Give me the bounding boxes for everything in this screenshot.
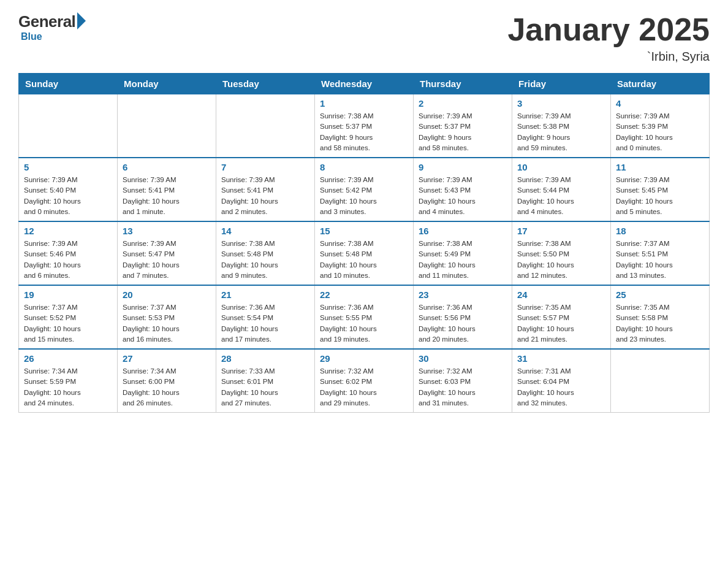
calendar-cell: 31Sunrise: 7:31 AM Sunset: 6:04 PM Dayli… bbox=[512, 349, 611, 413]
day-number: 4 bbox=[616, 98, 704, 109]
title-block: January 2025 `Irbin, Syria bbox=[507, 12, 710, 64]
day-info: Sunrise: 7:36 AM Sunset: 5:54 PM Dayligh… bbox=[221, 302, 309, 345]
day-number: 28 bbox=[221, 353, 309, 364]
calendar-cell: 15Sunrise: 7:38 AM Sunset: 5:48 PM Dayli… bbox=[315, 221, 414, 285]
month-title: January 2025 bbox=[507, 12, 710, 47]
calendar-cell: 9Sunrise: 7:39 AM Sunset: 5:43 PM Daylig… bbox=[414, 158, 512, 221]
calendar-cell: 23Sunrise: 7:36 AM Sunset: 5:56 PM Dayli… bbox=[414, 285, 512, 349]
calendar-week-row: 26Sunrise: 7:34 AM Sunset: 5:59 PM Dayli… bbox=[19, 349, 710, 413]
calendar-cell: 6Sunrise: 7:39 AM Sunset: 5:41 PM Daylig… bbox=[118, 158, 216, 221]
day-number: 30 bbox=[419, 353, 507, 364]
calendar-week-row: 1Sunrise: 7:38 AM Sunset: 5:37 PM Daylig… bbox=[19, 94, 710, 158]
calendar-cell: 19Sunrise: 7:37 AM Sunset: 5:52 PM Dayli… bbox=[19, 285, 118, 349]
day-info: Sunrise: 7:39 AM Sunset: 5:46 PM Dayligh… bbox=[24, 239, 112, 281]
day-info: Sunrise: 7:39 AM Sunset: 5:43 PM Dayligh… bbox=[419, 175, 507, 217]
day-info: Sunrise: 7:39 AM Sunset: 5:41 PM Dayligh… bbox=[221, 175, 309, 217]
day-info: Sunrise: 7:36 AM Sunset: 5:56 PM Dayligh… bbox=[419, 302, 507, 345]
calendar-cell bbox=[118, 94, 216, 158]
day-info: Sunrise: 7:39 AM Sunset: 5:37 PM Dayligh… bbox=[419, 111, 507, 153]
calendar-cell: 26Sunrise: 7:34 AM Sunset: 5:59 PM Dayli… bbox=[19, 349, 118, 413]
calendar-cell: 18Sunrise: 7:37 AM Sunset: 5:51 PM Dayli… bbox=[611, 221, 710, 285]
day-info: Sunrise: 7:38 AM Sunset: 5:48 PM Dayligh… bbox=[320, 239, 408, 281]
logo-triangle-icon bbox=[77, 12, 86, 29]
location: `Irbin, Syria bbox=[507, 50, 710, 64]
day-info: Sunrise: 7:37 AM Sunset: 5:51 PM Dayligh… bbox=[616, 239, 704, 281]
calendar-cell bbox=[216, 94, 315, 158]
day-number: 22 bbox=[320, 289, 408, 300]
logo: General Blue bbox=[18, 12, 88, 42]
weekday-header: Saturday bbox=[611, 74, 710, 94]
logo-general-text: General bbox=[18, 12, 75, 31]
day-info: Sunrise: 7:35 AM Sunset: 5:58 PM Dayligh… bbox=[616, 302, 704, 345]
day-number: 19 bbox=[24, 289, 112, 300]
day-number: 12 bbox=[24, 226, 112, 236]
day-number: 24 bbox=[517, 289, 605, 300]
day-number: 29 bbox=[320, 353, 408, 364]
day-number: 11 bbox=[616, 162, 704, 172]
calendar-cell: 24Sunrise: 7:35 AM Sunset: 5:57 PM Dayli… bbox=[512, 285, 611, 349]
day-info: Sunrise: 7:39 AM Sunset: 5:40 PM Dayligh… bbox=[24, 175, 112, 217]
calendar-cell: 22Sunrise: 7:36 AM Sunset: 5:55 PM Dayli… bbox=[315, 285, 414, 349]
calendar-cell: 14Sunrise: 7:38 AM Sunset: 5:48 PM Dayli… bbox=[216, 221, 315, 285]
calendar-week-row: 5Sunrise: 7:39 AM Sunset: 5:40 PM Daylig… bbox=[19, 158, 710, 221]
day-info: Sunrise: 7:38 AM Sunset: 5:37 PM Dayligh… bbox=[320, 111, 408, 153]
calendar-cell: 28Sunrise: 7:33 AM Sunset: 6:01 PM Dayli… bbox=[216, 349, 315, 413]
day-info: Sunrise: 7:39 AM Sunset: 5:47 PM Dayligh… bbox=[123, 239, 211, 281]
calendar-cell: 27Sunrise: 7:34 AM Sunset: 6:00 PM Dayli… bbox=[118, 349, 216, 413]
day-info: Sunrise: 7:32 AM Sunset: 6:02 PM Dayligh… bbox=[320, 366, 408, 408]
weekday-header: Tuesday bbox=[216, 74, 315, 94]
calendar-cell bbox=[611, 349, 710, 413]
calendar-cell: 16Sunrise: 7:38 AM Sunset: 5:49 PM Dayli… bbox=[414, 221, 512, 285]
day-info: Sunrise: 7:39 AM Sunset: 5:45 PM Dayligh… bbox=[616, 175, 704, 217]
weekday-header: Friday bbox=[512, 74, 611, 94]
logo-subtitle: Blue bbox=[21, 31, 42, 42]
day-info: Sunrise: 7:39 AM Sunset: 5:41 PM Dayligh… bbox=[123, 175, 211, 217]
day-info: Sunrise: 7:38 AM Sunset: 5:50 PM Dayligh… bbox=[517, 239, 605, 281]
calendar-cell: 20Sunrise: 7:37 AM Sunset: 5:53 PM Dayli… bbox=[118, 285, 216, 349]
day-number: 3 bbox=[517, 98, 605, 109]
day-number: 20 bbox=[123, 289, 211, 300]
day-info: Sunrise: 7:31 AM Sunset: 6:04 PM Dayligh… bbox=[517, 366, 605, 408]
day-number: 2 bbox=[419, 98, 507, 109]
day-info: Sunrise: 7:39 AM Sunset: 5:39 PM Dayligh… bbox=[616, 111, 704, 153]
day-info: Sunrise: 7:34 AM Sunset: 5:59 PM Dayligh… bbox=[24, 366, 112, 408]
day-info: Sunrise: 7:38 AM Sunset: 5:49 PM Dayligh… bbox=[419, 239, 507, 281]
day-number: 5 bbox=[24, 162, 112, 172]
calendar-cell bbox=[19, 94, 118, 158]
calendar-cell: 2Sunrise: 7:39 AM Sunset: 5:37 PM Daylig… bbox=[414, 94, 512, 158]
day-info: Sunrise: 7:36 AM Sunset: 5:55 PM Dayligh… bbox=[320, 302, 408, 345]
calendar-cell: 4Sunrise: 7:39 AM Sunset: 5:39 PM Daylig… bbox=[611, 94, 710, 158]
day-number: 26 bbox=[24, 353, 112, 364]
calendar-cell: 13Sunrise: 7:39 AM Sunset: 5:47 PM Dayli… bbox=[118, 221, 216, 285]
calendar-cell: 11Sunrise: 7:39 AM Sunset: 5:45 PM Dayli… bbox=[611, 158, 710, 221]
day-number: 17 bbox=[517, 226, 605, 236]
day-info: Sunrise: 7:38 AM Sunset: 5:48 PM Dayligh… bbox=[221, 239, 309, 281]
day-info: Sunrise: 7:37 AM Sunset: 5:52 PM Dayligh… bbox=[24, 302, 112, 345]
day-info: Sunrise: 7:39 AM Sunset: 5:44 PM Dayligh… bbox=[517, 175, 605, 217]
day-info: Sunrise: 7:33 AM Sunset: 6:01 PM Dayligh… bbox=[221, 366, 309, 408]
weekday-header: Sunday bbox=[19, 74, 118, 94]
calendar-cell: 29Sunrise: 7:32 AM Sunset: 6:02 PM Dayli… bbox=[315, 349, 414, 413]
day-number: 16 bbox=[419, 226, 507, 236]
calendar-cell: 25Sunrise: 7:35 AM Sunset: 5:58 PM Dayli… bbox=[611, 285, 710, 349]
day-info: Sunrise: 7:37 AM Sunset: 5:53 PM Dayligh… bbox=[123, 302, 211, 345]
calendar-cell: 21Sunrise: 7:36 AM Sunset: 5:54 PM Dayli… bbox=[216, 285, 315, 349]
day-info: Sunrise: 7:35 AM Sunset: 5:57 PM Dayligh… bbox=[517, 302, 605, 345]
calendar-cell: 10Sunrise: 7:39 AM Sunset: 5:44 PM Dayli… bbox=[512, 158, 611, 221]
day-number: 9 bbox=[419, 162, 507, 172]
calendar-cell: 30Sunrise: 7:32 AM Sunset: 6:03 PM Dayli… bbox=[414, 349, 512, 413]
day-number: 18 bbox=[616, 226, 704, 236]
day-number: 8 bbox=[320, 162, 408, 172]
calendar-table: SundayMondayTuesdayWednesdayThursdayFrid… bbox=[18, 73, 710, 413]
day-number: 7 bbox=[221, 162, 309, 172]
day-number: 31 bbox=[517, 353, 605, 364]
day-number: 13 bbox=[123, 226, 211, 236]
day-info: Sunrise: 7:32 AM Sunset: 6:03 PM Dayligh… bbox=[419, 366, 507, 408]
day-number: 23 bbox=[419, 289, 507, 300]
calendar-cell: 12Sunrise: 7:39 AM Sunset: 5:46 PM Dayli… bbox=[19, 221, 118, 285]
day-number: 14 bbox=[221, 226, 309, 236]
calendar-cell: 8Sunrise: 7:39 AM Sunset: 5:42 PM Daylig… bbox=[315, 158, 414, 221]
calendar-body: 1Sunrise: 7:38 AM Sunset: 5:37 PM Daylig… bbox=[19, 94, 710, 413]
weekday-header: Thursday bbox=[414, 74, 512, 94]
calendar-cell: 3Sunrise: 7:39 AM Sunset: 5:38 PM Daylig… bbox=[512, 94, 611, 158]
